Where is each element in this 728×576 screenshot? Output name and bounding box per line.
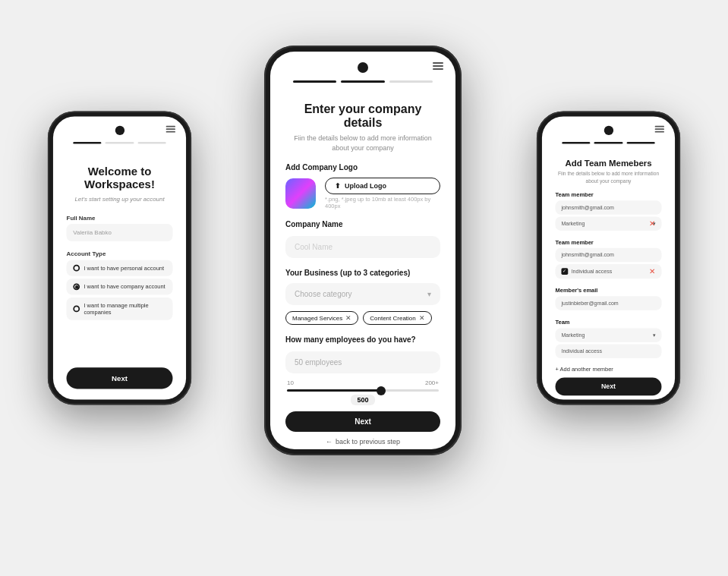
- radio-circle-personal: [73, 265, 80, 272]
- member3-email-label: Member's email: [556, 287, 662, 294]
- menu-dots-center[interactable]: [433, 62, 443, 70]
- slider-value: 500: [351, 395, 374, 405]
- add-member-btn[interactable]: + Add another member: [556, 366, 662, 373]
- camera-notch-left: [115, 126, 124, 135]
- member1-email[interactable]: johnsmith@gmail.com: [556, 200, 662, 214]
- team-dropdown[interactable]: Marketing ▾: [556, 328, 662, 342]
- team-value: Marketing: [561, 332, 585, 338]
- next-button-right[interactable]: Next: [556, 378, 662, 396]
- slider-thumb[interactable]: [377, 386, 386, 395]
- member1-role: Marketing: [561, 221, 585, 227]
- category-dropdown[interactable]: Choose category ▾: [285, 283, 440, 305]
- check-icon: ✓: [563, 269, 566, 274]
- tag-content-remove[interactable]: ✕: [419, 314, 425, 322]
- camera-notch-right: [604, 126, 613, 135]
- center-screen-content: Enter your company details Fiin the deta…: [270, 83, 455, 449]
- slider-track[interactable]: [287, 389, 439, 392]
- welcome-subtitle: Let's start setting up your account: [67, 196, 173, 203]
- phone-right: Add Team Memebers Fiin the details below…: [537, 111, 680, 404]
- radio-company[interactable]: I want to have company account: [67, 279, 173, 294]
- phone-left: Welcome to Workspaces! Let's start setti…: [48, 111, 191, 404]
- welcome-title: Welcome to Workspaces!: [67, 165, 173, 192]
- member2-role: Individual access: [572, 269, 613, 275]
- member2-checkbox[interactable]: ✓: [561, 268, 568, 275]
- full-name-label: Full Name: [67, 215, 173, 222]
- upload-icon: ⬆: [335, 182, 341, 190]
- access-value: Individual access: [556, 345, 662, 358]
- dropdown-arrow-team: ▾: [653, 332, 656, 338]
- back-link-label-center: back to previous step: [336, 438, 400, 445]
- page-title-center: Enter your company details: [285, 102, 440, 130]
- slider-min: 10: [287, 379, 294, 386]
- dropdown-arrow: ▾: [427, 290, 431, 298]
- logo-row: ⬆ Upload Logo *.png, *.jpeg up to 10mb a…: [285, 178, 440, 209]
- camera-notch-center: [358, 62, 368, 73]
- full-name-input[interactable]: Valeriia Babko: [67, 224, 173, 241]
- upload-btn[interactable]: ⬆ Upload Logo: [325, 178, 440, 194]
- slider-labels: 10 200+: [287, 379, 439, 386]
- page-sub-right: Fiin the details below to add more infor…: [556, 171, 662, 184]
- next-button-left[interactable]: Next: [67, 367, 173, 389]
- slider-container: 10 200+ 500: [285, 379, 440, 405]
- member2-remove[interactable]: ✕: [649, 267, 655, 275]
- page-sub-center: Fiin the details below to add more infor…: [285, 134, 440, 153]
- business-label: Your Business (up to 3 categories): [285, 269, 440, 277]
- upload-hint: *.png, *.jpeg up to 10mb at least 400px …: [325, 196, 440, 209]
- tag-managed[interactable]: Managed Services ✕: [285, 311, 358, 325]
- category-placeholder: Choose category: [295, 290, 352, 298]
- team-label: Team: [556, 319, 662, 326]
- radio-company-label: I want to have company account: [84, 283, 165, 290]
- member1-remove[interactable]: ✕: [649, 219, 655, 228]
- member2-block: ✓ Individual access ✕: [556, 264, 662, 279]
- slider-fill: [287, 389, 378, 392]
- radio-personal-label: I want to have personal account: [84, 265, 164, 272]
- right-screen-content: Add Team Memebers Fiin the details below…: [542, 144, 675, 400]
- member2-checkbox-row: ✓ Individual access: [556, 264, 662, 279]
- radio-circle-multiple: [73, 305, 80, 312]
- member1-block: Marketing ▾ ✕: [556, 216, 662, 230]
- member2-label: Team member: [556, 238, 662, 245]
- company-name-input[interactable]: Cool Name: [285, 236, 440, 258]
- page-title-right: Add Team Memebers: [556, 159, 662, 168]
- member1-label: Team member: [556, 191, 662, 198]
- radio-multiple-label: I want to manage multiple companies: [84, 302, 165, 316]
- member2-email[interactable]: johnsmith@gmail.com: [556, 248, 662, 262]
- tag-content-label: Content Creation: [370, 315, 415, 322]
- company-name-label: Company Name: [285, 220, 440, 228]
- phones-container: Welcome to Workspaces! Let's start setti…: [0, 0, 728, 576]
- center-screen: Enter your company details Fiin the deta…: [270, 52, 455, 449]
- left-screen-content: Welcome to Workspaces! Let's start setti…: [53, 144, 186, 400]
- tag-content[interactable]: Content Creation ✕: [363, 311, 431, 325]
- employees-label: How many employees do you have?: [285, 335, 440, 344]
- tags-row: Managed Services ✕ Content Creation ✕: [285, 311, 440, 325]
- member1-role-row: Marketing ▾: [556, 216, 662, 230]
- employees-input[interactable]: 50 employees: [285, 351, 440, 373]
- tag-managed-remove[interactable]: ✕: [345, 314, 351, 322]
- member3-email[interactable]: justinbieber@gmail.com: [556, 296, 662, 310]
- back-arrow-center: ←: [326, 438, 332, 445]
- radio-multiple[interactable]: I want to manage multiple companies: [67, 297, 173, 320]
- phone-center: Enter your company details Fiin the deta…: [264, 46, 462, 455]
- back-link-center[interactable]: ← back to previous step: [285, 438, 440, 445]
- account-type-label: Account Type: [67, 250, 173, 257]
- logo-preview: [285, 178, 316, 209]
- upload-btn-label: Upload Logo: [345, 182, 386, 190]
- add-logo-label: Add Company Logo: [285, 163, 440, 172]
- slider-max: 200+: [425, 379, 439, 386]
- menu-dots-left[interactable]: [166, 126, 175, 133]
- left-screen: Welcome to Workspaces! Let's start setti…: [53, 116, 186, 399]
- right-screen: Add Team Memebers Fiin the details below…: [542, 116, 675, 399]
- menu-dots-right[interactable]: [655, 126, 664, 133]
- radio-personal[interactable]: I want to have personal account: [67, 260, 173, 276]
- tag-managed-label: Managed Services: [292, 315, 342, 322]
- next-button-center[interactable]: Next: [285, 411, 440, 432]
- radio-circle-company: [73, 283, 80, 290]
